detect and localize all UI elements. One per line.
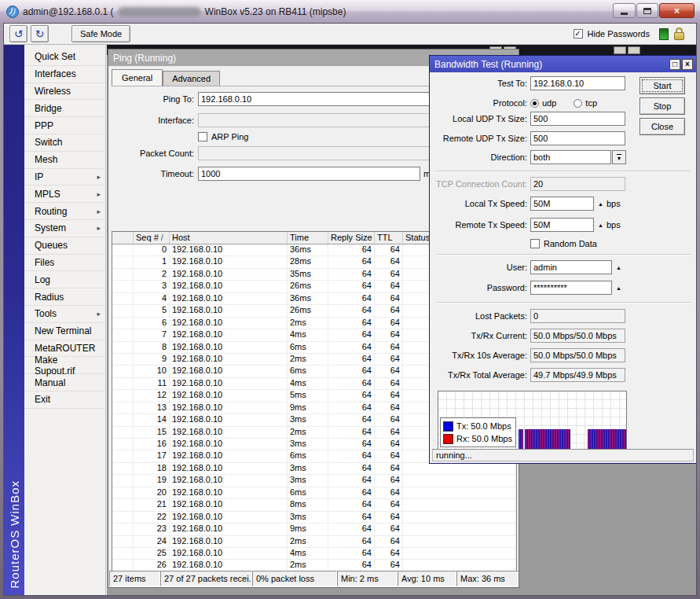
sidebar-item-label: Wireless [35,86,101,97]
table-header-seq[interactable]: Seq #/ [134,232,170,244]
sidebar-item-quick-set[interactable]: Quick Set [24,49,105,66]
table-row[interactable]: 25192.168.0.104ms6464 [112,548,516,560]
sidebar-item-wireless[interactable]: Wireless [24,83,105,101]
sidebar-item-label: Switch [35,137,101,148]
bandwidth-maximize-button[interactable]: □ [669,59,680,70]
table-cell-blank [112,256,134,268]
table-cell-blank [112,269,134,281]
table-row[interactable]: 21192.168.0.108ms6464 [112,499,516,511]
table-cell: 192.168.0.10 [170,499,288,511]
sidebar-item-tools[interactable]: Tools▸ [24,306,105,323]
sidebar-item-queues[interactable]: Queues [24,237,105,255]
table-row[interactable]: 24192.168.0.102ms6464 [112,536,516,548]
submenu-arrow-icon: ▸ [97,224,101,232]
table-cell: 21 [134,499,170,511]
sidebar-item-make-supout-rif[interactable]: Make Supout.rif [24,357,105,374]
table-row[interactable]: 20192.168.0.106ms6464 [112,487,516,499]
table-cell-blank [112,427,134,439]
sidebar-item-new-terminal[interactable]: New Terminal [24,323,105,340]
minimize-button[interactable] [613,3,636,18]
sidebar-item-log[interactable]: Log [24,271,105,288]
user-input[interactable]: admin [530,260,612,274]
sidebar-item-radius[interactable]: Radius [24,288,105,306]
spin-up-icon[interactable]: ▲ [598,201,603,207]
ping-to-input[interactable]: 192.168.0.10 [198,92,465,106]
interface-input [198,113,465,127]
tab-advanced[interactable]: Advanced [163,71,220,86]
close-button[interactable]: × [659,3,695,18]
table-cell: 2ms [288,560,328,571]
local-tx-speed-input[interactable]: 50M [530,197,594,211]
table-row[interactable]: 18192.168.0.103ms6464 [112,463,516,475]
bandwidth-close-button[interactable]: × [682,59,693,70]
table-cell: 6ms [288,450,328,462]
undo-button[interactable]: ↺ [9,25,27,42]
tab-general[interactable]: General [112,69,163,86]
sidebar-item-manual[interactable]: Manual [24,374,105,391]
timeout-input[interactable]: 1000 [198,167,420,181]
table-cell: 64 [375,269,403,281]
start-button[interactable]: Start [640,77,685,94]
table-cell: 3ms [288,512,328,524]
statusbar-segment: 27 of 27 packets recei... [160,571,252,586]
protocol-udp-radio[interactable] [530,99,539,108]
spin-up-icon[interactable]: ▲ [616,285,621,291]
background-window-button[interactable] [628,46,640,54]
sidebar-item-mpls[interactable]: MPLS▸ [24,186,105,203]
protocol-tcp-radio[interactable] [574,99,582,108]
background-window-button[interactable] [614,46,626,54]
table-row[interactable]: 19192.168.0.103ms6464 [112,475,516,487]
sidebar-item-exit[interactable]: Exit [24,391,105,409]
direction-dropdown-button[interactable]: ▼ [612,150,626,164]
table-row[interactable]: 22192.168.0.103ms6464 [112,512,516,524]
table-cell: 7 [134,329,170,341]
txrx-10s-average-label: Tx/Rx 10s Average: [430,351,530,360]
table-header-ttl[interactable]: TTL [375,232,403,244]
sidebar-item-routing[interactable]: Routing▸ [24,203,105,220]
table-header-reply-size[interactable]: Reply Size [328,232,375,244]
sidebar-item-label: Log [35,274,101,285]
table-header-cell-blank[interactable] [112,232,134,244]
sidebar-item-switch[interactable]: Switch [24,134,105,152]
sidebar-item-files[interactable]: Files [24,255,105,272]
sidebar-item-label: Quick Set [35,51,101,62]
table-cell: 64 [328,475,375,487]
table-header-host[interactable]: Host [170,232,288,244]
sidebar-item-label: Tools [35,308,97,319]
remote-udp-tx-size-input[interactable]: 500 [530,131,625,145]
test-to-input[interactable]: 192.168.0.10 [530,76,625,90]
table-row[interactable]: 23192.168.0.109ms6464 [112,524,516,535]
password-input[interactable]: ********** [530,281,612,295]
table-cell [403,524,516,535]
table-cell: 192.168.0.10 [170,269,288,281]
table-header-time[interactable]: Time [288,232,328,244]
arp-ping-checkbox[interactable] [198,132,207,141]
spin-up-icon[interactable]: ▲ [616,265,621,270]
redo-button[interactable]: ↻ [31,25,49,42]
table-row[interactable]: 26192.168.0.102ms6464 [112,560,516,571]
local-udp-tx-size-input[interactable]: 500 [530,112,625,126]
direction-select[interactable]: both [530,150,611,164]
bandwidth-titlebar[interactable]: Bandwidth Test (Running) □ × [430,56,696,72]
table-cell: 26ms [288,281,328,292]
sidebar-item-ip[interactable]: IP▸ [24,169,105,186]
table-cell: 192.168.0.10 [170,512,288,524]
safe-mode-button[interactable]: Safe Mode [71,25,130,42]
sidebar-item-bridge[interactable]: Bridge [24,100,105,117]
sidebar-item-system[interactable]: System▸ [24,220,105,237]
hide-passwords-checkbox[interactable]: ✓ [574,29,583,39]
main-titlebar[interactable]: admin@192.168.0.1 ( WinBox v5.23 on RB41… [0,0,700,23]
redacted-router-name [118,7,201,17]
spin-up-icon[interactable]: ▲ [598,222,603,228]
sidebar-item-mesh[interactable]: Mesh [24,152,105,169]
maximize-button[interactable] [636,3,658,18]
routeros-winbox-brand: RouterOS WinBox [8,480,21,589]
sidebar-item-ppp[interactable]: PPP [24,117,105,134]
interface-label: Interface: [108,116,198,125]
table-cell: 64 [328,487,375,499]
remote-tx-speed-input[interactable]: 50M [530,218,594,232]
background-window-buttons-fragment[interactable] [614,46,640,54]
random-data-checkbox[interactable] [530,239,540,248]
statusbar-segment: 27 items [109,571,160,586]
sidebar-item-interfaces[interactable]: Interfaces [24,66,105,83]
